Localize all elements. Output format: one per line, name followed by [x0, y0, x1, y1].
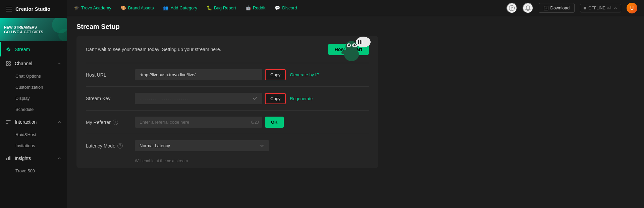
- my-referrer-info-icon[interactable]: i: [113, 120, 118, 125]
- users-plus-icon: 👥: [163, 5, 168, 10]
- stream-key-copy-button[interactable]: Copy: [265, 93, 286, 104]
- latency-mode-label: Latency Mode: [86, 143, 115, 149]
- bug-report-link[interactable]: 🐛 Bug Report: [207, 5, 236, 10]
- svg-point-19: [348, 44, 350, 46]
- svg-point-20: [354, 44, 356, 46]
- chevron-up-icon: [57, 61, 62, 66]
- page-content: Stream Setup Can't wait to see your stre…: [67, 16, 644, 208]
- stream-icon: [5, 46, 11, 52]
- svg-rect-11: [8, 157, 9, 160]
- latency-help-icon[interactable]: ?: [117, 143, 123, 149]
- welcome-text: Can't wait to see your stream today! Set…: [86, 47, 221, 52]
- stream-key-field[interactable]: ···························: [135, 93, 262, 104]
- sidebar-item-schedule[interactable]: Schedule: [0, 104, 67, 115]
- banner-text: NEW STREAMERS GO LIVE & GET GIFTS: [4, 25, 43, 35]
- latency-mode-value: Normal Latency: [140, 143, 170, 148]
- welcome-banner: Can't wait to see your stream today! Set…: [76, 36, 378, 63]
- add-category-link[interactable]: 👥 Add Category: [163, 5, 197, 10]
- svg-rect-6: [6, 61, 8, 63]
- latency-mode-select[interactable]: Normal Latency: [135, 140, 269, 151]
- svg-rect-9: [9, 64, 10, 66]
- regenerate-button[interactable]: Regenerate: [288, 94, 314, 103]
- channel-icon: [5, 60, 11, 67]
- host-url-input[interactable]: [135, 69, 262, 80]
- svg-rect-1: [6, 9, 12, 9]
- palette-icon: 🎨: [121, 5, 126, 10]
- stream-key-dots: ···························: [140, 96, 191, 101]
- download-button[interactable]: Download: [539, 3, 575, 13]
- sidebar: Creator Studio NEW STREAMERS GO LIVE & G…: [0, 0, 67, 208]
- sidebar-logo[interactable]: Creator Studio: [0, 0, 67, 18]
- interaction-icon: [5, 119, 11, 125]
- top-nav: 🎓 Trovo Academy 🎨 Brand Assets 👥 Add Cat…: [67, 0, 644, 16]
- sidebar-item-channel[interactable]: Channel: [0, 56, 67, 71]
- svg-point-5: [7, 48, 9, 50]
- sidebar-item-raid-host[interactable]: Raid&Host: [0, 129, 67, 140]
- sidebar-item-channel-label: Channel: [15, 61, 32, 66]
- logo-text: Creator Studio: [15, 6, 50, 12]
- sidebar-item-invitations[interactable]: Invitations: [0, 140, 67, 151]
- host-url-copy-button[interactable]: Copy: [265, 69, 286, 80]
- svg-rect-12: [9, 156, 10, 160]
- sidebar-item-display[interactable]: Display: [0, 93, 67, 104]
- menu-icon: [5, 5, 13, 13]
- page-title: Stream Setup: [76, 23, 635, 31]
- host-url-label: Host URL: [86, 72, 129, 78]
- svg-rect-0: [6, 7, 12, 7]
- offline-dot: [584, 7, 586, 9]
- discord-icon: 💬: [275, 5, 280, 10]
- my-referrer-label: My Referrer: [86, 120, 111, 125]
- svg-rect-7: [9, 61, 10, 63]
- sidebar-item-stream-label: Stream: [15, 47, 30, 52]
- user-avatar[interactable]: U: [627, 3, 637, 13]
- sidebar-nav: Stream Channel: [0, 41, 67, 208]
- latency-mode-row: Latency Mode ? Normal Latency: [76, 134, 378, 157]
- my-referrer-row: My Referrer i 0/20 OK: [76, 111, 378, 134]
- sidebar-item-stream[interactable]: Stream: [0, 42, 67, 56]
- svg-rect-8: [6, 64, 8, 66]
- stream-key-row: Stream Key ··························· C…: [76, 87, 378, 110]
- sidebar-item-trovo-500[interactable]: Trovo 500: [0, 165, 67, 176]
- sidebar-item-customization[interactable]: Customization: [0, 82, 67, 93]
- chevron-up-icon-2: [57, 120, 62, 124]
- offline-status[interactable]: OFFLINE: [580, 4, 621, 12]
- referrer-input[interactable]: [135, 117, 262, 128]
- host-url-row: Host URL Copy Generate by IP: [76, 63, 378, 86]
- svg-text:Hi: Hi: [358, 39, 363, 45]
- sidebar-item-insights-label: Insights: [15, 156, 31, 161]
- top-nav-right: Download OFFLINE U: [506, 3, 638, 13]
- notifications-button[interactable]: [523, 3, 533, 13]
- insights-icon: [5, 155, 11, 161]
- svg-rect-2: [6, 11, 12, 11]
- sidebar-item-interaction-label: Interaction: [15, 119, 37, 125]
- reddit-icon: 🤖: [246, 5, 251, 10]
- ok-button[interactable]: OK: [265, 117, 284, 128]
- trovo-academy-link[interactable]: 🎓 Trovo Academy: [74, 5, 111, 10]
- generate-by-ip-button[interactable]: Generate by IP: [288, 70, 320, 80]
- brand-assets-link[interactable]: 🎨 Brand Assets: [121, 5, 154, 10]
- top-nav-links: 🎓 Trovo Academy 🎨 Brand Assets 👥 Add Cat…: [74, 5, 297, 10]
- referrer-char-count: 0/20: [251, 120, 259, 125]
- latency-sub-text: Will enable at the next stream: [76, 157, 378, 168]
- graduation-cap-icon: 🎓: [74, 5, 79, 10]
- chevron-up-icon-3: [57, 156, 62, 161]
- sidebar-item-insights[interactable]: Insights: [0, 151, 67, 165]
- stream-key-label: Stream Key: [86, 96, 129, 101]
- reddit-link[interactable]: 🤖 Reddit: [246, 5, 266, 10]
- welcome-illustration: Hi: [328, 36, 372, 63]
- bug-icon: 🐛: [207, 5, 212, 10]
- help-button[interactable]: [506, 3, 517, 13]
- sidebar-item-chat-options[interactable]: Chat Options: [0, 71, 67, 82]
- main-content: 🎓 Trovo Academy 🎨 Brand Assets 👥 Add Cat…: [67, 0, 644, 208]
- new-streamers-banner[interactable]: NEW STREAMERS GO LIVE & GET GIFTS: [0, 18, 67, 41]
- sidebar-item-interaction[interactable]: Interaction: [0, 115, 67, 129]
- discord-link[interactable]: 💬 Discord: [275, 5, 297, 10]
- svg-rect-10: [6, 158, 7, 160]
- stream-setup-card: Can't wait to see your stream today! Set…: [76, 36, 378, 168]
